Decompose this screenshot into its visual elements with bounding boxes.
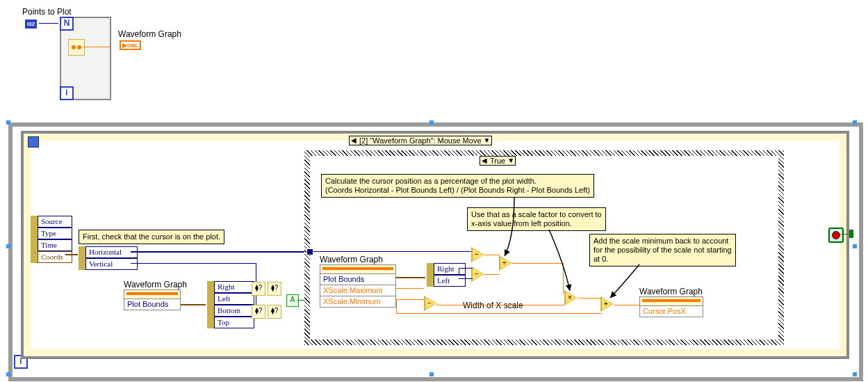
arrow xyxy=(0,0,868,382)
case-tunnel xyxy=(306,248,313,255)
